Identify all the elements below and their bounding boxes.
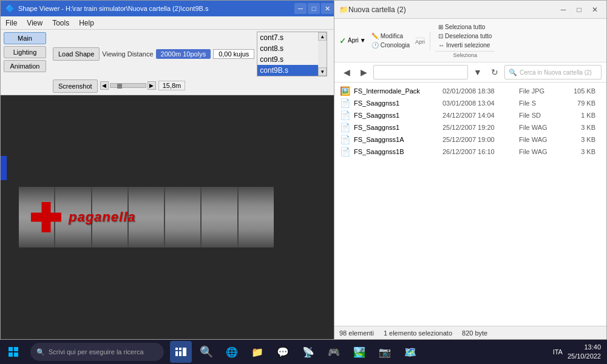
dropdown-arrow-icon: ▼: [360, 37, 366, 44]
table-row[interactable]: 📄 FS_Saaggnss1 25/12/2007 19:20 File WAG…: [334, 121, 606, 133]
taskbar-search[interactable]: 🔍 Scrivi qui per eseguire la ricerca: [30, 343, 164, 361]
menubar: File View Tools Help: [1, 16, 338, 30]
screenshot-button[interactable]: Screenshot: [53, 79, 98, 93]
scroll-down[interactable]: ▼: [318, 67, 327, 76]
load-shape-button[interactable]: Load Shape: [53, 47, 100, 61]
invert-icon: ↔: [438, 42, 444, 49]
slider-track[interactable]: [110, 83, 146, 88]
table-row[interactable]: 📄 FS_Saaggnss1 24/12/2007 14:04 File SD …: [334, 109, 606, 121]
explorer-minimize[interactable]: ─: [557, 3, 570, 16]
file-type-1: File S: [519, 99, 561, 107]
menu-view[interactable]: View: [22, 16, 47, 30]
taskbar-clock: 13:40 25/10/2022: [568, 343, 601, 362]
file-name-5: FS_Saaggnss1B: [354, 148, 439, 155]
taskbar-skype[interactable]: 💬: [272, 341, 294, 363]
explorer-title-buttons: ─ □ ✕: [557, 3, 602, 16]
search-icon: 🔍: [509, 69, 517, 76]
distance-meters: 15,8m: [158, 81, 186, 90]
ribbon-select-all-label: Seleziona tutto: [445, 24, 485, 30]
file-list-area: 🖼️ FS_Intermodale_Pack 02/01/2008 18:38 …: [334, 83, 606, 326]
explorer-restore[interactable]: □: [572, 3, 586, 16]
table-row[interactable]: 📄 FS_Saaggnss1B 26/12/2007 16:10 File WA…: [334, 146, 606, 158]
taskbar-explorer[interactable]: 📁: [246, 341, 268, 363]
taskbar-camera[interactable]: 📷: [374, 341, 396, 363]
refresh-button[interactable]: ↻: [487, 65, 502, 79]
svg-rect-1: [14, 347, 18, 351]
file-icon-2: 📄: [339, 110, 350, 120]
file-item-3[interactable]: cont9B.s: [257, 65, 318, 76]
svg-rect-5: [179, 348, 181, 350]
ribbon-modify-btn[interactable]: ✏️ Modifica: [368, 32, 413, 41]
clock-icon: 🕐: [371, 42, 379, 49]
ribbon-history-label: Cronologia: [381, 42, 410, 49]
taskbar-maps[interactable]: 🗺️: [399, 341, 421, 363]
ribbon-modify-label: Modifica: [381, 33, 403, 39]
file-date-5: 26/12/2007 16:10: [443, 148, 515, 155]
ribbon-select-group-label: Seleziona: [435, 51, 495, 58]
taskbar-teamviewer[interactable]: 📡: [297, 341, 319, 363]
file-item-1[interactable]: cont8.s: [257, 43, 318, 54]
search-box[interactable]: 🔍 Cerca in Nuova cartella (2): [504, 65, 602, 79]
close-button[interactable]: ✕: [321, 3, 333, 14]
menu-help[interactable]: Help: [74, 16, 99, 30]
slider-container: ◀ ▶: [100, 81, 156, 90]
file-date-4: 25/12/2007 19:00: [443, 136, 515, 143]
viewing-distance-label: Viewing Distance: [102, 50, 153, 58]
ribbon-open-btn[interactable]: ✓ Apri ▼: [339, 36, 366, 46]
table-row[interactable]: 📄 FS_Saaggnss1A 25/12/2007 19:00 File WA…: [334, 133, 606, 146]
ribbon-history-btn[interactable]: 🕐 Cronologia: [368, 41, 413, 50]
taskbar-time: 13:40: [568, 343, 601, 352]
minimize-button[interactable]: ─: [294, 3, 307, 14]
ribbon-row: ✓ Apri ▼ ✏️ Modifica 🕐 Cronologia Apr: [339, 21, 602, 59]
taskbar-photos[interactable]: 🏞️: [348, 341, 370, 363]
ribbon-deselect-all-btn[interactable]: ⊡ Deseleziona tutto: [435, 32, 495, 41]
ribbon-deselect-label: Deseleziona tutto: [445, 33, 492, 39]
table-row[interactable]: 🖼️ FS_Intermodale_Pack 02/01/2008 18:38 …: [334, 85, 606, 97]
file-name-4: FS_Saaggnss1A: [354, 136, 439, 143]
taskbar-language: ITA: [553, 348, 563, 356]
restore-button[interactable]: □: [308, 3, 320, 14]
explorer-file-list: 🖼️ FS_Intermodale_Pack 02/01/2008 18:38 …: [334, 83, 606, 160]
status-count: 98 elementi: [339, 329, 374, 337]
slider-right[interactable]: ▶: [148, 81, 156, 90]
explorer-close[interactable]: ✕: [588, 3, 602, 16]
shape-viewer-window: 🔷 Shape Viewer - H:\rar train simulator\…: [0, 0, 339, 340]
file-icon-0: 🖼️: [339, 86, 350, 96]
file-icon-4: 📄: [339, 135, 350, 144]
search-placeholder: Cerca in Nuova cartella (2): [520, 69, 592, 76]
wagon-seg-5: [202, 187, 238, 248]
file-type-5: File WAG: [519, 148, 561, 155]
wagon-seg-6: [239, 187, 274, 248]
taskbar-search-icon: 🔍: [36, 348, 45, 356]
slider-left[interactable]: ◀: [100, 81, 109, 90]
svg-rect-4: [175, 348, 178, 350]
taskbar-steam[interactable]: 🎮: [323, 341, 345, 363]
title-buttons: ─ □ ✕: [294, 3, 333, 14]
file-size-1: 79 KB: [565, 99, 595, 107]
ribbon-invert-btn[interactable]: ↔ Inverti selezione: [435, 41, 495, 50]
taskbar-view-button[interactable]: [170, 341, 192, 363]
scroll-up[interactable]: ▲: [318, 32, 327, 41]
file-size-4: 3 KB: [565, 136, 595, 143]
forward-button[interactable]: ▶: [356, 65, 371, 79]
taskbar-search-app[interactable]: 🔍: [195, 341, 217, 363]
table-row[interactable]: 📄 FS_Saaggnss1 03/01/2008 13:04 File S 7…: [334, 97, 606, 109]
tab-lighting[interactable]: Lighting: [4, 46, 46, 58]
address-bar[interactable]: [373, 65, 468, 79]
ribbon-select-all-btn[interactable]: ⊞ Seleziona tutto: [435, 22, 495, 32]
shape-viewer-titlebar: 🔷 Shape Viewer - H:\rar train simulator\…: [1, 1, 338, 16]
file-item-2[interactable]: cont9.s: [257, 54, 318, 65]
tab-animation[interactable]: Animation: [4, 60, 46, 72]
taskbar-edge[interactable]: 🌐: [221, 341, 243, 363]
dropdown-button[interactable]: ▼: [470, 65, 485, 79]
menu-tools[interactable]: Tools: [47, 16, 74, 30]
tab-main[interactable]: Main: [4, 32, 46, 44]
left-indicator: [1, 156, 7, 180]
menu-file[interactable]: File: [1, 16, 22, 30]
file-item-0[interactable]: cont7.s: [257, 32, 318, 43]
info-value: 0,00 kujus: [213, 49, 254, 59]
file-type-3: File WAG: [519, 124, 561, 131]
back-button[interactable]: ◀: [339, 65, 354, 79]
start-button[interactable]: [0, 340, 27, 364]
svg-rect-3: [14, 352, 18, 357]
